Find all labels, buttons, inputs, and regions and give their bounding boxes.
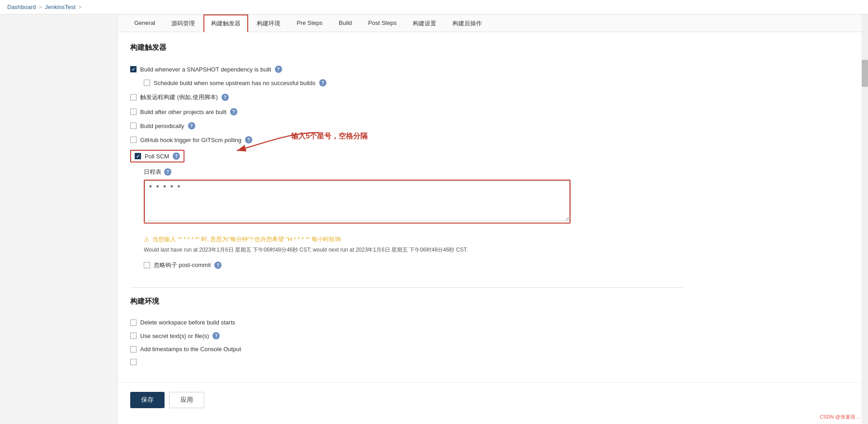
cb-extra[interactable] [130,359,137,365]
schedule-textarea-wrapper: * * * * * [144,180,571,224]
help-no-successful[interactable]: ? [319,79,326,86]
warning-icon: ⚠ [144,236,150,243]
help-periodically[interactable]: ? [188,122,195,129]
help-after-other[interactable]: ? [230,108,237,115]
cb-poll-scm[interactable] [135,153,141,159]
trigger-snapshot: Build whenever a SNAPSHOT dependency is … [130,65,684,73]
label-after-other: Build after other projects are built [140,109,226,115]
cb-snapshot[interactable] [130,66,137,72]
cb-remote[interactable] [130,94,137,100]
footer-text: CSDN @张童瑶 ... [820,414,861,420]
trigger-after-other: Build after other projects are built ? [130,108,684,115]
schedule-label-text: 日程表 [144,168,161,176]
tab-triggers[interactable]: 构建触发器 [203,14,248,32]
poll-scm-row: Poll SCM ? [130,150,184,162]
trigger-section-title: 构建触发器 [130,43,684,56]
env-timestamps: Add timestamps to the Console Output [130,346,684,353]
schedule-section: 日程表 ? * * * * * [144,168,684,228]
breadcrumb-project[interactable]: JenkinsTest [45,4,75,10]
build-env-section: 构建环境 Delete workspace before build start… [130,287,684,365]
help-remote[interactable]: ? [222,94,229,101]
label-snapshot: Build whenever a SNAPSHOT dependency is … [140,66,271,73]
divider [130,287,684,288]
apply-button[interactable]: 应用 [169,392,204,408]
cb-timestamps[interactable] [130,346,137,353]
warning-box: ⚠ 当您输入 "* * * * *" 时, 意思为"每分钟"? 也许您希望 "H… [144,235,684,243]
help-schedule[interactable]: ? [164,168,171,176]
build-env-title: 构建环境 [130,297,684,310]
cb-after-other[interactable] [130,109,137,115]
cb-secret-text[interactable] [130,333,137,339]
run-info: Would last have run at 2023年1月6日 星期五 下午0… [144,246,684,254]
help-poll-scm[interactable]: ? [173,152,180,160]
cb-github-hook[interactable] [130,137,137,143]
annotation-arrow [201,128,327,155]
tab-build-settings[interactable]: 构建设置 [405,14,444,32]
env-delete-ws: Delete workspace before build starts [130,319,684,326]
breadcrumb-sep2: > [78,4,82,10]
tab-general[interactable]: General [127,14,163,32]
tab-build[interactable]: Build [331,14,359,32]
tab-env[interactable]: 构建环境 [249,14,288,32]
tab-bar: General 源码管理 构建触发器 构建环境 Pre Steps Build … [118,14,862,32]
label-delete-ws: Delete workspace before build starts [140,319,235,326]
label-secret-text: Use secret text(s) or file(s) [140,333,209,339]
label-no-successful: Schedule build when some upstream has no… [154,80,316,86]
tab-source[interactable]: 源码管理 [164,14,203,32]
tab-post-steps[interactable]: Post Steps [360,14,404,32]
tab-pre-steps[interactable]: Pre Steps [289,14,330,32]
breadcrumb-sep1: > [39,4,42,10]
ignore-post-commit-row: 忽略钩子 post-commit ? [144,261,684,269]
env-extra [130,359,684,365]
label-ignore-post-commit: 忽略钩子 post-commit [154,261,211,269]
warning-text: 当您输入 "* * * * *" 时, 意思为"每分钟"? 也许您希望 "H *… [152,235,341,243]
label-poll-scm: Poll SCM [145,153,169,160]
cb-no-successful[interactable] [144,80,150,86]
tab-post-build[interactable]: 构建后操作 [445,14,490,32]
left-sidebar [0,14,118,424]
breadcrumb-dashboard[interactable]: Dashboard [7,4,36,10]
label-periodically: Build periodically [140,123,184,129]
breadcrumb: Dashboard > JenkinsTest > [0,0,868,14]
cb-ignore-post-commit[interactable] [144,262,150,268]
scrollbar-track[interactable] [862,14,868,424]
save-button[interactable]: 保存 [130,392,165,408]
label-remote: 触发远程构建 (例如,使用脚本) [140,93,218,101]
schedule-input[interactable]: * * * * * [145,181,570,221]
cb-delete-ws[interactable] [130,319,137,326]
bottom-bar: 保存 应用 [118,382,862,417]
main-content: General 源码管理 构建触发器 构建环境 Pre Steps Build … [118,14,862,424]
cb-periodically[interactable] [130,123,137,129]
trigger-section: 构建触发器 Build whenever a SNAPSHOT dependen… [130,43,684,269]
env-secret-text: Use secret text(s) or file(s) ? [130,332,684,339]
schedule-label-row: 日程表 ? [144,168,684,176]
help-ignore-post-commit[interactable]: ? [214,262,222,269]
trigger-no-successful: Schedule build when some upstream has no… [144,79,684,86]
help-secret-text[interactable]: ? [212,332,220,339]
scrollbar-thumb[interactable] [862,60,868,87]
help-snapshot[interactable]: ? [275,66,282,73]
trigger-remote: 触发远程构建 (例如,使用脚本) ? [130,93,684,101]
label-timestamps: Add timestamps to the Console Output [140,346,241,353]
